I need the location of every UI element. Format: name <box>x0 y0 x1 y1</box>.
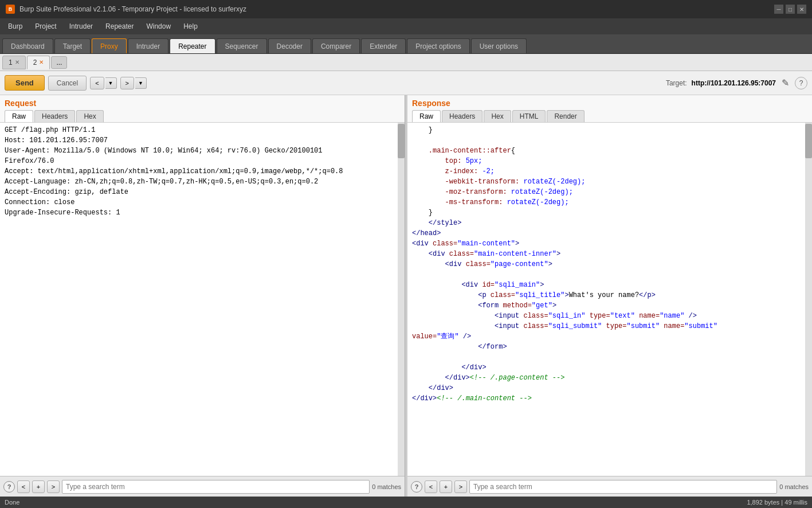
response-search-next[interactable]: > <box>454 480 467 493</box>
status-bar: Done 1,892 bytes | 49 millis <box>0 497 812 508</box>
request-tab-raw[interactable]: Raw <box>5 110 33 122</box>
response-scrollbar-thumb <box>805 124 812 158</box>
request-search-input[interactable] <box>62 480 370 494</box>
send-button[interactable]: Send <box>5 75 45 91</box>
nav-forward-button[interactable]: > <box>120 77 134 89</box>
target-info: Target: http://101.201.126.95:7007 ✎ ? <box>666 76 807 89</box>
tab-repeater[interactable]: Repeater <box>170 38 215 53</box>
response-tab-html[interactable]: HTML <box>512 110 546 122</box>
target-url: http://101.201.126.95:7007 <box>692 79 776 87</box>
app-icon: B <box>6 5 15 14</box>
response-raw-content: } .main-content::after{ top: 5px; z-inde… <box>407 123 812 476</box>
response-tab-render[interactable]: Render <box>547 110 584 122</box>
response-search-bar: ? < + > 0 matches <box>407 476 812 497</box>
minimize-button[interactable]: ─ <box>774 5 783 14</box>
tab-comparer[interactable]: Comparer <box>312 38 360 53</box>
menu-window[interactable]: Window <box>140 21 176 32</box>
top-tab-bar: Dashboard Target Proxy Intruder Repeater… <box>0 34 812 54</box>
request-raw-textarea[interactable]: GET /flag.php HTTP/1.1 Host: 101.201.126… <box>0 123 405 476</box>
response-scrollbar[interactable] <box>805 123 812 476</box>
response-search-help[interactable]: ? <box>411 481 422 493</box>
request-content: GET /flag.php HTTP/1.1 Host: 101.201.126… <box>0 123 405 476</box>
response-tab-headers[interactable]: Headers <box>442 110 483 122</box>
request-tabs: Raw Headers Hex <box>0 109 405 123</box>
repeater-tab-2-label: 2 <box>33 58 37 67</box>
toolbar: Send Cancel < ▼ > ▼ Target: http://101.2… <box>0 71 812 95</box>
nav-back-button[interactable]: < <box>90 77 104 89</box>
target-help-button[interactable]: ? <box>795 77 807 89</box>
repeater-tab-1-label: 1 <box>9 58 13 67</box>
repeater-tab-2-close[interactable]: ✕ <box>39 59 44 65</box>
title-bar: B Burp Suite Professional v2.1.06 - Temp… <box>0 0 812 18</box>
repeater-tab-2[interactable]: 2 ✕ <box>27 56 50 69</box>
request-title: Request <box>0 95 405 109</box>
nav-back-dropdown[interactable]: ▼ <box>105 77 117 89</box>
menu-intruder[interactable]: Intruder <box>64 21 99 32</box>
tab-proxy[interactable]: Proxy <box>92 38 127 53</box>
menu-bar: Burp Project Intruder Repeater Window He… <box>0 18 812 34</box>
menu-help[interactable]: Help <box>178 21 203 32</box>
response-pane: Response Raw Headers Hex HTML Render } .… <box>407 95 812 497</box>
response-tab-hex[interactable]: Hex <box>484 110 511 122</box>
response-search-input[interactable] <box>469 480 777 494</box>
response-content: } .main-content::after{ top: 5px; z-inde… <box>407 123 812 476</box>
request-search-prev[interactable]: < <box>17 480 30 493</box>
main-content: Request Raw Headers Hex GET /flag.php HT… <box>0 95 812 497</box>
request-search-bar: ? < + > 0 matches <box>0 476 405 497</box>
tab-decoder[interactable]: Decoder <box>268 38 311 53</box>
maximize-button[interactable]: □ <box>786 5 795 14</box>
response-tab-raw[interactable]: Raw <box>412 110 441 122</box>
nav-forward-dropdown[interactable]: ▼ <box>135 77 147 89</box>
cancel-button[interactable]: Cancel <box>48 76 87 91</box>
target-label: Target: <box>666 79 687 87</box>
tab-extender[interactable]: Extender <box>361 38 406 53</box>
request-search-next[interactable]: > <box>47 480 60 493</box>
repeater-tab-more[interactable]: ... <box>51 56 67 69</box>
window-title: Burp Suite Professional v2.1.06 - Tempor… <box>19 5 246 13</box>
menu-burp[interactable]: Burp <box>2 21 28 32</box>
nav-forward-group: > ▼ <box>120 77 147 89</box>
request-search-next-plus[interactable]: + <box>32 480 45 493</box>
status-text: Done <box>5 499 19 506</box>
response-search-prev[interactable]: < <box>425 480 437 493</box>
close-button[interactable]: ✕ <box>797 5 806 14</box>
request-tab-hex[interactable]: Hex <box>76 110 103 122</box>
tab-user-options[interactable]: User options <box>471 38 527 53</box>
menu-repeater[interactable]: Repeater <box>100 21 139 32</box>
request-scrollbar-thumb <box>398 124 405 158</box>
response-tabs: Raw Headers Hex HTML Render <box>407 109 812 123</box>
response-search-next-plus[interactable]: + <box>440 480 452 493</box>
tab-project-options[interactable]: Project options <box>407 38 469 53</box>
tab-dashboard[interactable]: Dashboard <box>2 38 53 53</box>
request-pane: Request Raw Headers Hex GET /flag.php HT… <box>0 95 405 497</box>
request-tab-headers[interactable]: Headers <box>34 110 75 122</box>
menu-project[interactable]: Project <box>29 21 62 32</box>
request-scrollbar[interactable] <box>398 123 405 476</box>
repeater-tab-1-close[interactable]: ✕ <box>15 59 19 65</box>
response-title: Response <box>407 95 812 109</box>
tab-target[interactable]: Target <box>54 38 91 53</box>
repeater-tab-1[interactable]: 1 ✕ <box>2 56 26 69</box>
nav-back-group: < ▼ <box>90 77 116 89</box>
edit-target-button[interactable]: ✎ <box>780 76 790 89</box>
status-info: 1,892 bytes | 49 millis <box>747 499 807 506</box>
tab-sequencer[interactable]: Sequencer <box>217 38 267 53</box>
repeater-tab-bar: 1 ✕ 2 ✕ ... <box>0 54 812 71</box>
request-search-help[interactable]: ? <box>3 481 15 493</box>
tab-intruder[interactable]: Intruder <box>128 38 168 53</box>
response-matches: 0 matches <box>779 483 809 490</box>
request-matches: 0 matches <box>372 483 401 490</box>
